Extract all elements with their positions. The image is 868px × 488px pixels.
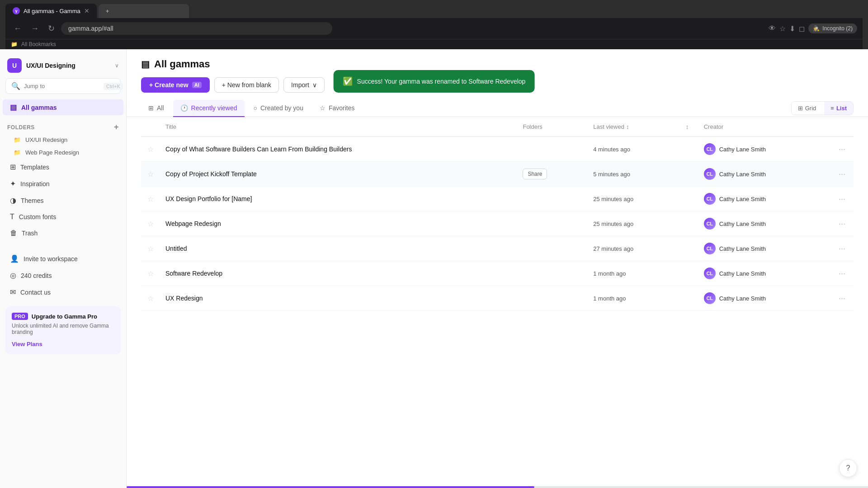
trash-icon: 🗑	[10, 229, 17, 237]
th-last-viewed[interactable]: Last viewed ↕	[588, 117, 680, 137]
sidebar-item-all-gammas[interactable]: ▤ All gammas	[3, 99, 123, 115]
sidebar-folder-webpage-redesign[interactable]: 📁 Web Page Redesign	[3, 146, 123, 159]
created-by-icon: ○	[254, 104, 257, 112]
row-folder	[517, 211, 588, 236]
workspace-header[interactable]: U UX/UI Designing ∨	[0, 55, 126, 78]
creator-name: Cathy Lane Smith	[719, 295, 766, 302]
star-icon[interactable]: ☆	[779, 24, 786, 33]
row-menu-button[interactable]: ···	[836, 144, 848, 155]
row-last-viewed: 1 month ago	[588, 261, 680, 286]
tab-close-button[interactable]: ✕	[84, 7, 90, 14]
th-creator: Creator	[698, 117, 830, 137]
th-title: Title	[160, 117, 517, 137]
new-from-blank-button[interactable]: + New from blank	[214, 77, 279, 93]
reload-button[interactable]: ↻	[45, 22, 57, 35]
th-sort-extra: ↕	[680, 117, 698, 137]
row-creator: CL Cathy Lane Smith	[704, 168, 825, 180]
creator-name: Cathy Lane Smith	[719, 221, 766, 227]
download-icon[interactable]: ⬇	[789, 24, 795, 33]
sidebar-item-templates[interactable]: ⊞ Templates	[3, 159, 123, 175]
pro-badge: PRO	[12, 313, 28, 320]
row-menu-button[interactable]: ···	[836, 293, 848, 304]
row-creator: CL Cathy Lane Smith	[704, 218, 825, 230]
row-menu-button[interactable]: ···	[836, 268, 848, 279]
row-title[interactable]: Webpage Redesign	[160, 211, 517, 236]
help-button[interactable]: ?	[839, 459, 857, 477]
create-new-button[interactable]: + Create new AI	[141, 77, 210, 93]
workspace-name: UX/UI Designing	[26, 62, 110, 69]
address-bar[interactable]	[61, 22, 332, 35]
gammas-table: Title Folders Last viewed ↕ ↕	[141, 117, 854, 311]
star-button[interactable]: ☆	[146, 194, 155, 204]
star-button[interactable]: ☆	[146, 268, 155, 279]
table-row: ☆ Copy of Project Kickoff Template Share…	[141, 162, 854, 187]
creator-name: Cathy Lane Smith	[719, 245, 766, 252]
scroll-progress	[127, 486, 868, 488]
search-shortcut: Ctrl+K	[104, 83, 123, 90]
sidebar-item-themes[interactable]: ◑ Themes	[3, 192, 123, 208]
star-button[interactable]: ☆	[146, 219, 155, 229]
row-last-viewed: 25 minutes ago	[588, 211, 680, 236]
import-button[interactable]: Import ∨	[283, 77, 325, 93]
view-plans-link[interactable]: View Plans	[12, 341, 42, 347]
sidebar-item-inspiration[interactable]: ✦ Inspiration	[3, 176, 123, 192]
row-menu-button[interactable]: ···	[836, 243, 848, 254]
table-row: ☆ Untitled 27 minutes ago CL Cathy Lane …	[141, 236, 854, 261]
share-button[interactable]: Share	[523, 169, 547, 179]
star-button[interactable]: ☆	[146, 169, 155, 179]
tab-created-by-you[interactable]: ○ Created by you	[246, 100, 311, 117]
row-title[interactable]: UX Design Portfolio for [Name]	[160, 187, 517, 211]
upgrade-description: Unlock unlimited AI and remove Gamma bra…	[12, 323, 114, 335]
row-title[interactable]: Copy of Project Kickoff Template	[160, 162, 517, 187]
star-button[interactable]: ☆	[146, 293, 155, 304]
success-toast: ✅ Success! Your gamma was renamed to Sof…	[334, 70, 535, 93]
row-menu-button[interactable]: ···	[836, 193, 848, 205]
main-content: ✅ Success! Your gamma was renamed to Sof…	[127, 49, 868, 488]
row-title[interactable]: UX Redesign	[160, 286, 517, 311]
row-folder	[517, 261, 588, 286]
sidebar-folder-uxui-redesign[interactable]: 📁 UX/UI Redesign	[3, 134, 123, 146]
new-tab-button[interactable]: +	[99, 4, 189, 18]
sidebar-item-trash[interactable]: 🗑 Trash	[3, 225, 123, 241]
creator-name: Cathy Lane Smith	[719, 196, 766, 202]
sidebar-item-invite[interactable]: 👤 Invite to workspace	[3, 251, 123, 267]
row-title[interactable]: Copy of What Software Builders Can Learn…	[160, 137, 517, 162]
upgrade-pro-header: PRO Upgrade to Gamma Pro	[12, 313, 114, 320]
sidebar-item-custom-fonts[interactable]: T Custom fonts	[3, 209, 123, 225]
toast-message: Success! Your gamma was renamed to Softw…	[357, 78, 526, 85]
star-button[interactable]: ☆	[146, 244, 155, 254]
tab-recently-viewed[interactable]: 🕐 Recently viewed	[173, 100, 245, 117]
search-input[interactable]	[24, 83, 100, 89]
creator-name: Cathy Lane Smith	[719, 270, 766, 277]
row-menu-button[interactable]: ···	[836, 218, 848, 230]
row-menu-button[interactable]: ···	[836, 169, 848, 180]
workspace-avatar: U	[7, 58, 22, 73]
back-button[interactable]: ←	[11, 22, 24, 35]
profile-icon[interactable]: ◻	[799, 24, 805, 33]
tab-favorites[interactable]: ☆ Favorites	[312, 100, 362, 117]
th-star	[141, 117, 160, 137]
row-title[interactable]: Untitled	[160, 236, 517, 261]
search-bar[interactable]: 🔍 Ctrl+K	[5, 78, 121, 94]
toolbar-icons: 👁 ☆ ⬇ ◻	[769, 24, 805, 33]
sidebar-item-contact[interactable]: ✉ Contact us	[3, 284, 123, 300]
forward-button[interactable]: →	[28, 22, 42, 35]
star-button[interactable]: ☆	[146, 144, 155, 155]
active-tab[interactable]: γ All gammas - Gamma ✕	[5, 4, 97, 18]
tab-all[interactable]: ⊞ All	[141, 100, 171, 117]
th-actions	[830, 117, 854, 137]
sidebar-item-credits[interactable]: ◎ 240 credits	[3, 267, 123, 283]
creator-avatar: CL	[704, 143, 716, 155]
table-row: ☆ Webpage Redesign 25 minutes ago CL Cat…	[141, 211, 854, 236]
page-title-icon: ▤	[141, 59, 150, 70]
row-title[interactable]: Software Redevelop	[160, 261, 517, 286]
sort-icon: ↕	[626, 123, 629, 130]
search-icon: 🔍	[11, 82, 20, 90]
list-view-button[interactable]: ≡ List	[824, 102, 853, 115]
recently-viewed-icon: 🕐	[180, 104, 188, 112]
inspiration-icon: ✦	[10, 179, 16, 188]
th-folders: Folders	[517, 117, 588, 137]
folder-icon: 📁	[14, 136, 21, 143]
grid-view-button[interactable]: ⊞ Grid	[792, 102, 823, 115]
add-folder-button[interactable]: +	[114, 122, 119, 132]
